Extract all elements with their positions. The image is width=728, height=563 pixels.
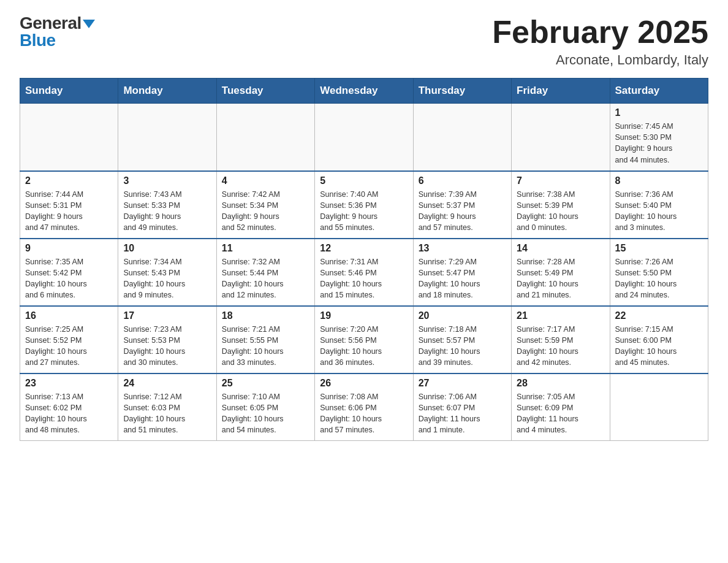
day-info: Sunrise: 7:44 AM Sunset: 5:31 PM Dayligh… <box>25 189 113 234</box>
table-row: 22Sunrise: 7:15 AM Sunset: 6:00 PM Dayli… <box>610 306 708 373</box>
table-row <box>413 104 511 171</box>
day-info: Sunrise: 7:15 AM Sunset: 6:00 PM Dayligh… <box>615 324 703 369</box>
table-row: 1Sunrise: 7:45 AM Sunset: 5:30 PM Daylig… <box>610 104 708 171</box>
day-number: 1 <box>615 107 703 118</box>
table-row: 7Sunrise: 7:38 AM Sunset: 5:39 PM Daylig… <box>512 171 610 239</box>
day-info: Sunrise: 7:17 AM Sunset: 5:59 PM Dayligh… <box>517 324 604 369</box>
header-wednesday: Wednesday <box>315 79 413 104</box>
table-row: 5Sunrise: 7:40 AM Sunset: 5:36 PM Daylig… <box>315 171 413 239</box>
day-info: Sunrise: 7:18 AM Sunset: 5:57 PM Dayligh… <box>419 324 506 369</box>
table-row: 25Sunrise: 7:10 AM Sunset: 6:05 PM Dayli… <box>216 373 314 441</box>
calendar-week-5: 23Sunrise: 7:13 AM Sunset: 6:02 PM Dayli… <box>20 373 708 441</box>
header-sunday: Sunday <box>20 79 118 104</box>
day-number: 4 <box>222 175 309 186</box>
table-row: 13Sunrise: 7:29 AM Sunset: 5:47 PM Dayli… <box>413 239 511 306</box>
logo-blue-text: Blue <box>20 32 95 49</box>
table-row: 18Sunrise: 7:21 AM Sunset: 5:55 PM Dayli… <box>216 306 314 373</box>
day-info: Sunrise: 7:12 AM Sunset: 6:03 PM Dayligh… <box>123 391 211 436</box>
day-number: 16 <box>25 310 113 321</box>
day-number: 11 <box>222 243 309 254</box>
day-info: Sunrise: 7:05 AM Sunset: 6:09 PM Dayligh… <box>517 391 604 436</box>
day-number: 20 <box>419 310 506 321</box>
day-number: 17 <box>123 310 211 321</box>
day-info: Sunrise: 7:31 AM Sunset: 5:46 PM Dayligh… <box>320 256 408 301</box>
header-thursday: Thursday <box>413 79 511 104</box>
day-number: 27 <box>419 378 506 389</box>
day-number: 13 <box>419 243 506 254</box>
weekday-header-row: Sunday Monday Tuesday Wednesday Thursday… <box>20 79 708 104</box>
day-number: 15 <box>615 243 703 254</box>
day-info: Sunrise: 7:36 AM Sunset: 5:40 PM Dayligh… <box>615 189 703 234</box>
table-row: 20Sunrise: 7:18 AM Sunset: 5:57 PM Dayli… <box>413 306 511 373</box>
day-info: Sunrise: 7:21 AM Sunset: 5:55 PM Dayligh… <box>222 324 309 369</box>
table-row: 4Sunrise: 7:42 AM Sunset: 5:34 PM Daylig… <box>216 171 314 239</box>
table-row <box>216 104 314 171</box>
day-number: 5 <box>320 175 408 186</box>
day-info: Sunrise: 7:13 AM Sunset: 6:02 PM Dayligh… <box>25 391 113 436</box>
day-number: 23 <box>25 378 113 389</box>
table-row: 23Sunrise: 7:13 AM Sunset: 6:02 PM Dayli… <box>20 373 118 441</box>
title-block: February 2025 Arconate, Lombardy, Italy <box>492 15 708 68</box>
header-saturday: Saturday <box>610 79 708 104</box>
table-row <box>315 104 413 171</box>
day-number: 12 <box>320 243 408 254</box>
day-info: Sunrise: 7:34 AM Sunset: 5:43 PM Dayligh… <box>123 256 211 301</box>
table-row <box>512 104 610 171</box>
day-info: Sunrise: 7:26 AM Sunset: 5:50 PM Dayligh… <box>615 256 703 301</box>
calendar-week-2: 2Sunrise: 7:44 AM Sunset: 5:31 PM Daylig… <box>20 171 708 239</box>
table-row: 28Sunrise: 7:05 AM Sunset: 6:09 PM Dayli… <box>512 373 610 441</box>
logo-blue-label: Blue <box>20 31 56 50</box>
header-friday: Friday <box>512 79 610 104</box>
day-number: 8 <box>615 175 703 186</box>
day-number: 21 <box>517 310 604 321</box>
day-number: 9 <box>25 243 113 254</box>
day-number: 26 <box>320 378 408 389</box>
table-row: 17Sunrise: 7:23 AM Sunset: 5:53 PM Dayli… <box>118 306 216 373</box>
table-row <box>20 104 118 171</box>
day-number: 24 <box>123 378 211 389</box>
day-info: Sunrise: 7:32 AM Sunset: 5:44 PM Dayligh… <box>222 256 309 301</box>
day-number: 2 <box>25 175 113 186</box>
calendar-table: Sunday Monday Tuesday Wednesday Thursday… <box>20 78 708 441</box>
day-info: Sunrise: 7:20 AM Sunset: 5:56 PM Dayligh… <box>320 324 408 369</box>
logo: General Blue <box>20 15 95 49</box>
day-number: 14 <box>517 243 604 254</box>
day-info: Sunrise: 7:42 AM Sunset: 5:34 PM Dayligh… <box>222 189 309 234</box>
location-subtitle: Arconate, Lombardy, Italy <box>492 52 708 68</box>
table-row <box>118 104 216 171</box>
table-row: 8Sunrise: 7:36 AM Sunset: 5:40 PM Daylig… <box>610 171 708 239</box>
month-title: February 2025 <box>492 15 708 50</box>
day-info: Sunrise: 7:23 AM Sunset: 5:53 PM Dayligh… <box>123 324 211 369</box>
table-row: 19Sunrise: 7:20 AM Sunset: 5:56 PM Dayli… <box>315 306 413 373</box>
table-row: 10Sunrise: 7:34 AM Sunset: 5:43 PM Dayli… <box>118 239 216 306</box>
day-info: Sunrise: 7:10 AM Sunset: 6:05 PM Dayligh… <box>222 391 309 436</box>
day-number: 28 <box>517 378 604 389</box>
table-row: 15Sunrise: 7:26 AM Sunset: 5:50 PM Dayli… <box>610 239 708 306</box>
calendar-week-1: 1Sunrise: 7:45 AM Sunset: 5:30 PM Daylig… <box>20 104 708 171</box>
day-number: 6 <box>419 175 506 186</box>
table-row: 6Sunrise: 7:39 AM Sunset: 5:37 PM Daylig… <box>413 171 511 239</box>
table-row <box>610 373 708 441</box>
table-row: 24Sunrise: 7:12 AM Sunset: 6:03 PM Dayli… <box>118 373 216 441</box>
day-number: 3 <box>123 175 211 186</box>
day-number: 19 <box>320 310 408 321</box>
day-info: Sunrise: 7:40 AM Sunset: 5:36 PM Dayligh… <box>320 189 408 234</box>
day-info: Sunrise: 7:38 AM Sunset: 5:39 PM Dayligh… <box>517 189 604 234</box>
day-info: Sunrise: 7:45 AM Sunset: 5:30 PM Dayligh… <box>615 121 703 166</box>
logo-general-text: General <box>20 13 82 33</box>
table-row: 2Sunrise: 7:44 AM Sunset: 5:31 PM Daylig… <box>20 171 118 239</box>
logo-wordmark: General <box>20 15 95 32</box>
day-info: Sunrise: 7:39 AM Sunset: 5:37 PM Dayligh… <box>419 189 506 234</box>
day-info: Sunrise: 7:28 AM Sunset: 5:49 PM Dayligh… <box>517 256 604 301</box>
table-row: 3Sunrise: 7:43 AM Sunset: 5:33 PM Daylig… <box>118 171 216 239</box>
table-row: 12Sunrise: 7:31 AM Sunset: 5:46 PM Dayli… <box>315 239 413 306</box>
calendar-week-4: 16Sunrise: 7:25 AM Sunset: 5:52 PM Dayli… <box>20 306 708 373</box>
day-info: Sunrise: 7:06 AM Sunset: 6:07 PM Dayligh… <box>419 391 506 436</box>
day-number: 7 <box>517 175 604 186</box>
day-number: 18 <box>222 310 309 321</box>
calendar-week-3: 9Sunrise: 7:35 AM Sunset: 5:42 PM Daylig… <box>20 239 708 306</box>
table-row: 16Sunrise: 7:25 AM Sunset: 5:52 PM Dayli… <box>20 306 118 373</box>
page-header: General Blue February 2025 Arconate, Lom… <box>20 15 708 68</box>
day-info: Sunrise: 7:08 AM Sunset: 6:06 PM Dayligh… <box>320 391 408 436</box>
day-info: Sunrise: 7:43 AM Sunset: 5:33 PM Dayligh… <box>123 189 211 234</box>
